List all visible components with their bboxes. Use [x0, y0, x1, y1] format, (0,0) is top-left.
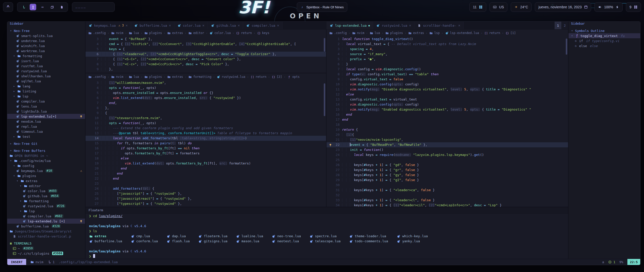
code-line-9[interactable]: 9 },	[86, 67, 326, 72]
tree-item-rustywind-lua[interactable]: rustywind.lua	[7, 69, 85, 74]
code-line-31[interactable]: 31 keys[#keys + 1] = { "<leader>ca", fal…	[327, 188, 568, 193]
code-line-29[interactable]: 29 keys[#keys + 1] = { "gI", false }	[327, 178, 568, 183]
breadcrumb-return[interactable]: []return	[251, 75, 266, 79]
breadcrumb-extras[interactable]: extras	[167, 31, 183, 35]
tree-item-open-buffers-in[interactable]: OPEN BUFFERS in ~	[7, 153, 85, 158]
code-line-9[interactable]: 9 config.virtual_text = false	[327, 77, 568, 82]
code-line-34[interactable]: 34 keys[#keys + 1] = { [1]"<leader>cil",…	[327, 203, 568, 207]
tree-item-repl-lua[interactable]: repl.lua	[7, 124, 85, 129]
widget-kb-layout[interactable]: US	[490, 2, 507, 12]
tree-item-lightbulb-lua[interactable]: lightbulb.lua	[7, 109, 85, 114]
code-line-2[interactable]: 2 local virtual_text = { -- Default virt…	[327, 42, 568, 47]
breadcrumb-2[interactable]: {}[2]	[272, 75, 282, 79]
floaterm-title-bar[interactable]: Floaterm	[86, 207, 568, 214]
tab-color-lua[interactable]: color.lua×	[174, 22, 208, 29]
symbols-outline-header[interactable]: ▾Symbols Outline	[569, 28, 640, 33]
code-line-28[interactable]: 28 keys[#keys + 1] = { "gy", false }	[327, 173, 568, 178]
tree-item-github-lua[interactable]: github.lua#654	[7, 193, 85, 198]
tree-item-winshift-lua[interactable]: winshift.lua	[7, 43, 85, 48]
tree-item-lens-lua[interactable]: lens.lua	[7, 104, 85, 109]
tree-item-lsp[interactable]: ▾lsp	[7, 94, 85, 99]
code-line-10[interactable]: 10 vim.diagnostic.config(opts: config)	[327, 82, 568, 87]
code-line-24[interactable]: 24 local keys = require(modname: "lazyvi…	[327, 152, 568, 157]
code-line-20[interactable]: 20 [1]{	[327, 132, 568, 137]
code-line-3[interactable]: 3 spacing = 4,	[327, 47, 568, 52]
neotree-git-section-header[interactable]: ▸Neo-Tree Git	[7, 141, 85, 146]
code-buffer-rustywind-lua[interactable]: 3 [1]"williamboman/mason.nvim",4 opts = …	[86, 80, 326, 206]
code-line-7[interactable]: 7 local config = vim.diagnostic.config()	[327, 67, 568, 72]
tree-item-formatting[interactable]: ▾formatting	[7, 53, 85, 58]
widget-workspaces[interactable]: 11	[469, 2, 486, 12]
tree-item-plugins[interactable]: ▾plugins	[7, 173, 85, 178]
dock-copy-button[interactable]	[49, 4, 55, 10]
tree-item-rustfmt-lua[interactable]: rustfmt.lua	[7, 63, 85, 69]
tree-item-editor[interactable]: ▾editor	[7, 183, 85, 188]
tree-item-juegos-indies-steamlibrary-st[interactable]: Juegos/Indies/SteamLibrary/st	[7, 229, 85, 234]
breadcrumb-lua[interactable]: lua	[129, 31, 139, 35]
breadcrumb-keys[interactable]: {}keys	[257, 31, 269, 35]
widget-volume[interactable]: 100%	[594, 2, 623, 12]
tree-item-config[interactable]: ▾config	[7, 163, 85, 168]
breadcrumb-editor[interactable]: editor	[188, 31, 204, 35]
terminals-section-header[interactable]: ▣TERMINALS	[7, 241, 85, 246]
breadcrumb-formatting[interactable]: formatting	[188, 75, 211, 79]
launcher-button[interactable]: ^	[3, 2, 13, 12]
tab-rustywind-lua[interactable]: rustywind.lua×	[373, 22, 414, 29]
code-line-26[interactable]: 26 keys[#keys + 1] = { "gd", false }	[327, 162, 568, 167]
tree-item-compiler-lua[interactable]: compiler.lua#682	[7, 214, 85, 219]
breadcrumb-color-lua[interactable]: color.lua	[209, 31, 231, 35]
widget-clock[interactable]: jueves, noviembre 16, 2023	[535, 2, 591, 12]
code-line-27[interactable]: 27 keys[#keys + 1] = { "gr", false }	[327, 167, 568, 173]
dock-hook-button[interactable]	[20, 4, 27, 10]
widget-workspaces-alt[interactable]: 9	[626, 2, 641, 12]
code-line-14[interactable]: 14 vim.diagnostic.config(opts: config)	[327, 102, 568, 107]
taskbar-pill[interactable]: ____	[72, 2, 115, 12]
tree-item-extras[interactable]: ▾extras	[7, 178, 85, 183]
breadcrumb-rustywind-lua[interactable]: rustywind.lua	[217, 75, 245, 79]
close-icon[interactable]: ×	[409, 23, 411, 27]
code-line-5[interactable]: 5 keys = {	[86, 47, 326, 52]
code-line-4[interactable]: 4 source = "if_many",	[327, 52, 568, 57]
code-line-24[interactable]: 24 add_formatters(tbl: {	[86, 186, 326, 191]
code-line-8[interactable]: 8 if type(v: config.virtual_text) == "ta…	[327, 72, 568, 77]
breadcrumb-lsp-extended-lua[interactable]: lsp-extended.lua	[445, 31, 479, 35]
code-line-10[interactable]: 10 [1]"stevearc/conform.nvim",	[86, 116, 326, 121]
breadcrumb-lua[interactable]: lua	[129, 75, 139, 79]
breadcrumb-1[interactable]: {}[1]	[505, 31, 516, 35]
tabpage-2[interactable]: 2	[561, 22, 568, 29]
close-icon[interactable]: ×	[238, 23, 240, 27]
tabpage-1[interactable]: 1	[554, 22, 561, 29]
tree-item-linting[interactable]: ▸linting	[7, 89, 85, 94]
tree-item-smart-splits-lua[interactable]: smart-splits.lua	[7, 33, 85, 38]
breadcrumb-lsp[interactable]: lsp	[429, 31, 440, 35]
tree-item-lsp-extended-lu[interactable]: lsp-extended.lu [+]	[7, 219, 85, 224]
code-line-3[interactable]: 3 [1]"williamboman/mason.nvim",	[86, 80, 326, 85]
tree-item-config-nvim-lua[interactable]: ▾.config/nvim/lua	[7, 158, 85, 163]
code-buffer-color-lua[interactable]: 3 event = { "BufRead" },4 cmd = { [1]"Cc…	[86, 37, 326, 72]
neotree-buffers-section-header[interactable]: ▾Neo-Tree Buffers	[7, 148, 85, 153]
code-line-9[interactable]: 9 {	[86, 111, 326, 116]
code-line-4[interactable]: 4 cmd = { [1]"CccPick", [2]"CccConvert",…	[86, 42, 326, 47]
code-line-6[interactable]: 6 vim.list_extend(dst: opts.ensure_insta…	[86, 95, 326, 100]
code-line-6[interactable]: 6 { [1]"<leader>uC", [2]"<cmd>CccHighlig…	[86, 52, 326, 57]
tree-item-scrollbar-handle-vertical-p[interactable]: scrollbar-handle-vertical.p	[7, 234, 85, 239]
tree-item-neodim-lua[interactable]: neodim.lua	[7, 119, 85, 124]
tab-lsp-extended-lua[interactable]: lsp-extended.lua●	[327, 22, 373, 29]
tree-item-if[interactable]: ◇ifif type(config.vi	[569, 38, 640, 43]
code-line-13[interactable]: 13 ---@param tbl table<string, conform.F…	[86, 131, 326, 136]
code-line-7[interactable]: 7 { [1]"<S-C>", [2]"<cmd>CccConvert<cr>"…	[86, 57, 326, 62]
tab-bufferline-lua[interactable]: bufferline.lua×	[131, 22, 174, 29]
code-line-6[interactable]: 6 }	[327, 62, 568, 67]
scrollbar-thumb[interactable]	[324, 38, 325, 52]
code-line-5[interactable]: 5 opts.ensure_installed = opts.ensure_in…	[86, 90, 326, 95]
tab-compiler-lua[interactable]: compiler.lua×	[243, 22, 282, 29]
tab-github-lua[interactable]: github.lua×	[208, 22, 243, 29]
breadcrumb-config[interactable]: .config	[329, 31, 347, 35]
code-line-11[interactable]: 11 opts = function(_, opts)	[86, 121, 326, 126]
breadcrumb-plugins[interactable]: plugins	[385, 31, 403, 35]
close-icon[interactable]: ×	[169, 23, 171, 27]
terminal-output[interactable]: ❯ cd lua/plugins/ nvim/lua/plugins via ☾…	[86, 214, 568, 259]
code-line-18[interactable]: 18 else	[86, 156, 326, 161]
code-line-33[interactable]: 33 keys[#keys + 1] = { "<leader>cl", fal…	[327, 198, 568, 203]
code-line-21[interactable]: 21 end	[86, 171, 326, 176]
